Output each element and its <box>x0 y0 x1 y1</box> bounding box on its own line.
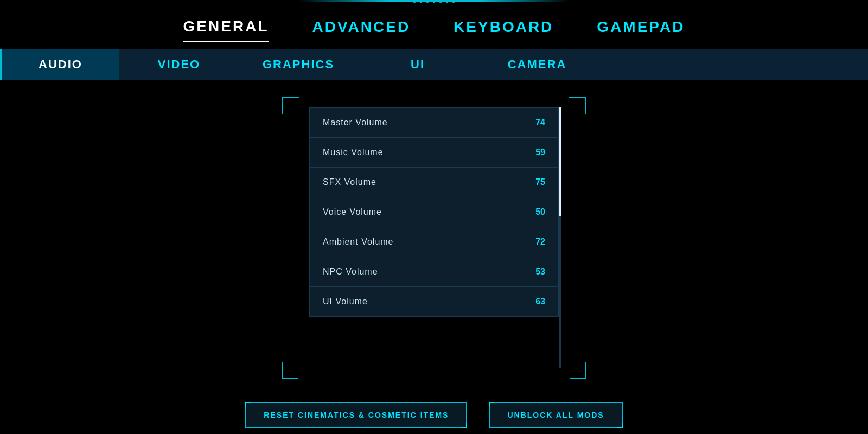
setting-label-voice-volume: Voice Volume <box>323 207 382 217</box>
corner-bottom-right <box>570 362 586 379</box>
setting-label-npc-volume: NPC Volume <box>323 267 378 277</box>
setting-label-music-volume: Music Volume <box>323 148 384 157</box>
unblock-mods-button[interactable]: UNBLOCK ALL MODS <box>489 402 622 428</box>
reset-cinematics-button[interactable]: RESET CINEMATICS & COSMETIC ITEMS <box>245 402 467 428</box>
setting-ui-volume[interactable]: UI Volume 63 <box>310 287 558 316</box>
setting-ambient-volume[interactable]: Ambient Volume 72 <box>310 227 558 257</box>
setting-sfx-volume[interactable]: SFX Volume 75 <box>310 168 558 197</box>
tab-gamepad[interactable]: GAMEPAD <box>597 18 685 41</box>
subtab-video[interactable]: VIDEO <box>119 49 239 80</box>
setting-label-ui-volume: UI Volume <box>323 297 368 307</box>
setting-npc-volume[interactable]: NPC Volume 53 <box>310 257 558 287</box>
setting-music-volume[interactable]: Music Volume 59 <box>310 138 558 168</box>
main-content: Master Volume 74 Music Volume 59 SFX Vol… <box>0 80 868 396</box>
setting-value-ambient-volume: 72 <box>535 237 545 247</box>
sub-navigation: AUDIO VIDEO GRAPHICS UI CAMERA <box>0 49 868 80</box>
subtab-ui[interactable]: UI <box>358 49 477 80</box>
setting-label-sfx-volume: SFX Volume <box>323 177 376 187</box>
top-navigation: GENERAL ADVANCED KEYBOARD GAMEPAD <box>0 0 868 49</box>
setting-voice-volume[interactable]: Voice Volume 50 <box>310 197 558 227</box>
setting-master-volume[interactable]: Master Volume 74 <box>310 108 558 138</box>
setting-label-ambient-volume: Ambient Volume <box>323 237 394 247</box>
subtab-audio[interactable]: AUDIO <box>0 49 119 80</box>
settings-panel: Master Volume 74 Music Volume 59 SFX Vol… <box>282 97 586 379</box>
setting-value-npc-volume: 53 <box>535 267 545 277</box>
tab-advanced[interactable]: ADVANCED <box>312 18 411 41</box>
subtab-camera[interactable]: CAMERA <box>477 49 597 80</box>
scrollbar-track[interactable] <box>559 107 561 368</box>
audio-settings-list: Master Volume 74 Music Volume 59 SFX Vol… <box>309 107 559 317</box>
scrollbar-thumb[interactable] <box>559 107 561 216</box>
setting-value-master-volume: 74 <box>535 118 545 127</box>
corner-bottom-left <box>282 362 298 379</box>
top-decoration <box>298 0 570 2</box>
setting-value-ui-volume: 63 <box>535 297 545 307</box>
setting-label-master-volume: Master Volume <box>323 118 388 127</box>
subtab-graphics[interactable]: GRAPHICS <box>239 49 358 80</box>
setting-value-sfx-volume: 75 <box>535 177 545 187</box>
tab-keyboard[interactable]: KEYBOARD <box>454 18 553 41</box>
top-dots <box>380 0 488 2</box>
bottom-bar: RESET CINEMATICS & COSMETIC ITEMS UNBLOC… <box>0 396 868 434</box>
setting-value-voice-volume: 50 <box>535 207 545 217</box>
tab-general[interactable]: GENERAL <box>183 18 269 42</box>
setting-value-music-volume: 59 <box>535 148 545 157</box>
